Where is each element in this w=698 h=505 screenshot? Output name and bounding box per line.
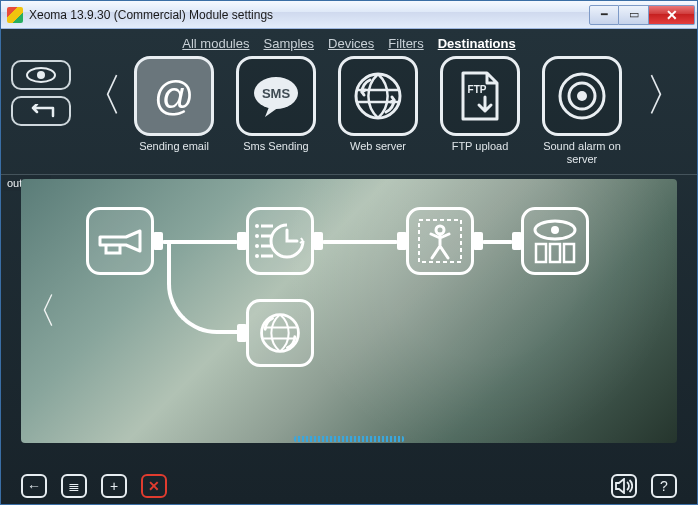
app-body: All modules Samples Devices Filters Dest… [1, 29, 697, 504]
x-icon: ✕ [148, 478, 160, 494]
globe-icon [352, 70, 404, 122]
wire [482, 240, 513, 244]
svg-rect-18 [550, 244, 560, 262]
wire [167, 242, 239, 334]
carousel-next-chevron-icon[interactable]: 〉 [643, 56, 691, 125]
svg-rect-19 [564, 244, 574, 262]
carousel-prev-chevron-icon[interactable]: 〈 [77, 56, 125, 125]
workspace-prev-chevron-icon[interactable]: 〈 [21, 287, 57, 336]
node-preview-archive[interactable] [521, 207, 589, 275]
svg-point-10 [255, 234, 259, 238]
audio-icon [615, 478, 633, 494]
tab-samples[interactable]: Samples [263, 36, 314, 51]
at-icon: @ [154, 74, 195, 119]
toolbar-help-button[interactable]: ? [651, 474, 677, 498]
toolbar-delete-button[interactable]: ✕ [141, 474, 167, 498]
bottom-toolbar: ← ≣ + ✕ ? [1, 468, 697, 504]
svg-point-11 [255, 244, 259, 248]
ftp-icon: FTP [455, 69, 505, 123]
toolbar-audio-button[interactable] [611, 474, 637, 498]
svg-point-1 [37, 71, 45, 79]
node-motion[interactable] [406, 207, 474, 275]
toolbar-back-button[interactable]: ← [21, 474, 47, 498]
module-label: Sending email [139, 140, 209, 166]
tab-all-modules[interactable]: All modules [182, 36, 249, 51]
camera-icon [96, 223, 144, 259]
module-label: Sound alarm on server [539, 140, 625, 166]
svg-point-4 [356, 74, 400, 118]
module-sound-alarm[interactable]: Sound alarm on server [539, 56, 625, 166]
workspace-canvas[interactable]: 〈 [21, 179, 677, 443]
arrow-left-icon: ← [27, 478, 41, 494]
node-web[interactable] [246, 299, 314, 367]
module-carousel: 〈 @ Sending email SMS Sms Sending [1, 54, 697, 175]
workspace-scroll-indicator[interactable] [294, 436, 404, 442]
module-label: Web server [350, 140, 406, 166]
plus-icon: + [110, 478, 118, 494]
tab-strip: All modules Samples Devices Filters Dest… [1, 29, 697, 54]
node-camera[interactable] [86, 207, 154, 275]
window-title: Xeoma 13.9.30 (Commercial) Module settin… [29, 8, 589, 22]
svg-point-12 [255, 254, 259, 258]
module-label: Sms Sending [243, 140, 308, 166]
tab-devices[interactable]: Devices [328, 36, 374, 51]
back-arrow-button[interactable] [11, 96, 71, 126]
globe-icon [256, 309, 304, 357]
module-web-server[interactable]: Web server [335, 56, 421, 166]
list-icon: ≣ [68, 478, 80, 494]
svg-rect-17 [536, 244, 546, 262]
tab-destinations[interactable]: Destinations [438, 36, 516, 51]
maximize-button[interactable]: ▭ [619, 5, 649, 25]
speaker-icon [556, 70, 608, 122]
preview-eye-button[interactable] [11, 60, 71, 90]
module-ftp-upload[interactable]: FTP FTP upload [437, 56, 523, 166]
window-titlebar: Xeoma 13.9.30 (Commercial) Module settin… [1, 1, 697, 29]
toolbar-list-button[interactable]: ≣ [61, 474, 87, 498]
sms-icon: SMS [251, 73, 301, 119]
svg-point-9 [255, 224, 259, 228]
svg-point-8 [577, 91, 587, 101]
scheduler-icon [255, 216, 305, 266]
node-scheduler[interactable] [246, 207, 314, 275]
app-icon [7, 7, 23, 23]
module-sms-sending[interactable]: SMS Sms Sending [233, 56, 319, 166]
svg-point-20 [262, 315, 299, 352]
close-button[interactable]: ✕ [649, 5, 695, 25]
svg-text:FTP: FTP [468, 84, 487, 95]
help-icon: ? [660, 478, 668, 494]
module-sending-email[interactable]: @ Sending email [131, 56, 217, 166]
tab-filters[interactable]: Filters [388, 36, 423, 51]
motion-icon [415, 216, 465, 266]
svg-text:SMS: SMS [262, 86, 291, 101]
toolbar-add-button[interactable]: + [101, 474, 127, 498]
minimize-button[interactable]: ━ [589, 5, 619, 25]
preview-archive-icon [530, 216, 580, 266]
module-label: FTP upload [452, 140, 509, 166]
wire [322, 240, 398, 244]
svg-point-16 [551, 226, 559, 234]
